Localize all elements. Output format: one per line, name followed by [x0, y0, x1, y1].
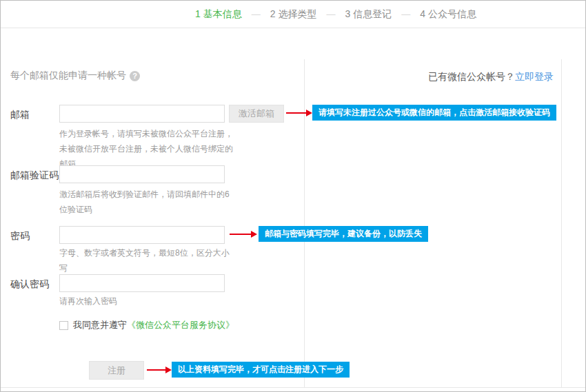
confirm-password-hint: 请再次输入密码 [59, 293, 233, 309]
center-divider [304, 59, 305, 387]
steps-header: 1基本信息 — 2选择类型 — 3信息登记 — 4公众号信息 [1, 1, 585, 28]
existing-account-area: 已有微信公众帐号？立即登录 [428, 71, 554, 83]
step-separator: — [401, 9, 410, 19]
step-label: 选择类型 [279, 8, 317, 19]
step-label: 信息登记 [353, 8, 392, 19]
step-separator: — [252, 9, 261, 19]
step-basic-info: 1基本信息 [195, 8, 242, 21]
right-divider [561, 59, 562, 387]
email-code-label: 邮箱验证码 [10, 169, 59, 182]
help-question-icon[interactable]: ? [130, 71, 140, 81]
register-callout: 以上资料填写完毕，才可点击注册进入下一步 [172, 362, 350, 378]
step-label: 基本信息 [203, 8, 242, 19]
step-label: 公众号信息 [428, 8, 476, 19]
step-number: 1 [195, 8, 201, 19]
step-choose-type: 2选择类型 [270, 8, 317, 21]
register-button[interactable]: 注册 [89, 361, 144, 380]
agreement-text: 我同意并遵守《微信公众平台服务协议》 [73, 319, 234, 331]
arrow-to-email-callout [286, 112, 307, 114]
step-account-info: 4公众号信息 [420, 8, 476, 21]
step-separator: — [327, 9, 336, 19]
email-callout: 请填写未注册过公众号或微信的邮箱，点击激活邮箱接收验证码 [312, 105, 556, 121]
agreement-checkbox[interactable] [59, 321, 68, 330]
login-now-link[interactable]: 立即登录 [515, 71, 554, 82]
password-hint: 字母、数字或者英文符号，最短8位，区分大小写 [59, 245, 233, 276]
confirm-password-input[interactable] [59, 274, 225, 292]
step-number: 2 [270, 8, 276, 19]
email-code-input[interactable] [59, 165, 225, 183]
confirm-password-label: 确认密码 [10, 278, 49, 291]
password-callout: 邮箱与密码填写完毕，建议备份，以防丢失 [259, 226, 428, 242]
arrow-to-register-callout [147, 369, 166, 371]
email-label: 邮箱 [10, 109, 30, 121]
service-agreement-link[interactable]: 《微信公众平台服务协议》 [127, 320, 234, 330]
email-input[interactable] [59, 105, 225, 123]
steps-nav: 1基本信息 — 2选择类型 — 3信息登记 — 4公众号信息 [195, 8, 476, 21]
step-info-register: 3信息登记 [345, 8, 392, 21]
password-input[interactable] [59, 226, 225, 244]
login-prompt: 已有微信公众帐号？ [428, 71, 515, 82]
activate-email-button[interactable]: 激活邮箱 [229, 105, 284, 123]
password-label: 密码 [10, 230, 30, 243]
agreement-row: 我同意并遵守《微信公众平台服务协议》 [59, 319, 234, 331]
step-number: 4 [420, 8, 425, 19]
arrow-to-password-callout [230, 234, 252, 235]
registration-page: 1基本信息 — 2选择类型 — 3信息登记 — 4公众号信息 每个邮箱仅能申请一… [0, 0, 586, 392]
agreement-text-label: 我同意并遵守 [73, 320, 127, 330]
bottom-divider [1, 387, 585, 388]
email-code-hint: 激活邮箱后将收到验证邮件，请回填邮件中的6位验证码 [59, 187, 233, 217]
note-text: 每个邮箱仅能申请一种帐号 [10, 70, 126, 82]
step-number: 3 [345, 8, 351, 19]
email-limit-note: 每个邮箱仅能申请一种帐号 ? [10, 70, 140, 82]
